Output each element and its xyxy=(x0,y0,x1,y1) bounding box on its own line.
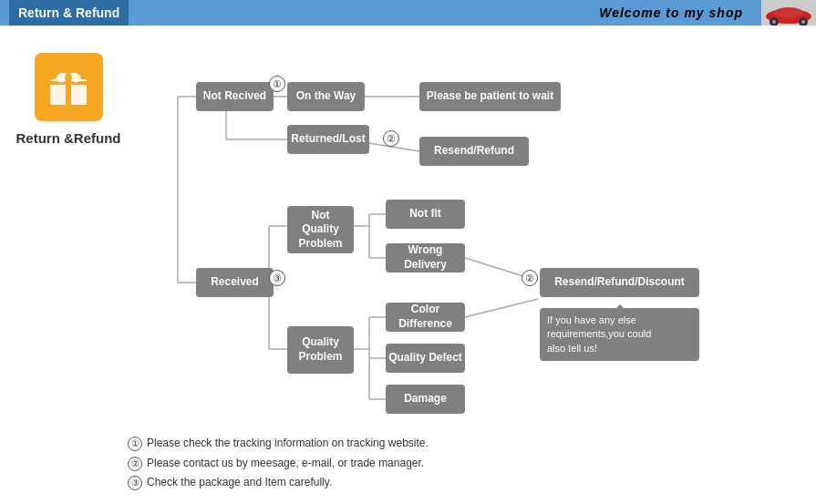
footer-circle-3: ③ xyxy=(128,476,142,490)
footer-item-2: ② Please contact us by meesage, e-mail, … xyxy=(128,454,429,474)
node-received: Received xyxy=(196,268,274,297)
svg-point-1 xyxy=(774,7,803,18)
node-resend-refund-discount: Resend/Refund/Discount xyxy=(540,268,699,297)
left-label: Return &Refund xyxy=(16,130,121,146)
svg-point-4 xyxy=(772,20,776,24)
diagram: Not Recived On the Way Returned/Lost Ple… xyxy=(128,35,816,495)
node-not-quality-problem: Not Quality Problem xyxy=(287,206,354,253)
node-quality-problem: Quality Problem xyxy=(287,326,354,374)
footer-item-1: ① Please check the tracking information … xyxy=(128,434,429,454)
left-panel: Return &Refund xyxy=(9,35,128,495)
node-quality-defect: Quality Defect xyxy=(386,344,465,373)
node-not-received: Not Recived xyxy=(196,82,274,111)
node-color-difference: Color Difference xyxy=(386,303,465,332)
circle-2-bottom: ② xyxy=(522,270,538,286)
circle-1: ① xyxy=(269,76,285,92)
footer-text-1: Please check the tracking information on… xyxy=(147,434,429,454)
gift-icon xyxy=(35,53,103,121)
node-damage: Damage xyxy=(386,385,465,414)
header-title: Return & Refund xyxy=(9,0,129,26)
header: Return & Refund Welcome to my shop xyxy=(0,0,816,26)
node-resend-refund-top: Resend/Refund xyxy=(419,137,529,166)
header-car-decoration xyxy=(761,0,816,26)
circle-2-top: ② xyxy=(383,130,399,147)
footer-circle-1: ① xyxy=(128,437,142,451)
node-on-the-way: On the Way xyxy=(287,82,365,111)
svg-rect-9 xyxy=(50,81,87,85)
svg-point-12 xyxy=(65,74,72,81)
node-please-wait: Please be patient to wait xyxy=(419,82,561,111)
svg-line-35 xyxy=(465,299,538,317)
main-content: Return &Refund xyxy=(0,26,816,504)
footer-notes: ① Please check the tracking information … xyxy=(128,434,429,493)
footer-item-3: ③ Check the package and Item carefully. xyxy=(128,473,429,493)
footer-text-2: Please contact us by meesage, e-mail, or… xyxy=(147,454,424,474)
note-box: If you have any else requirements,you co… xyxy=(540,308,699,361)
footer-circle-2: ② xyxy=(128,457,142,471)
node-wrong-delivery: Wrong Delivery xyxy=(386,243,465,273)
node-not-fit: Not fit xyxy=(386,200,465,229)
node-returned-lost: Returned/Lost xyxy=(287,125,369,154)
svg-point-5 xyxy=(801,20,805,24)
circle-3: ③ xyxy=(269,270,285,286)
header-welcome: Welcome to my shop xyxy=(599,5,743,20)
footer-text-3: Check the package and Item carefully. xyxy=(147,473,332,493)
